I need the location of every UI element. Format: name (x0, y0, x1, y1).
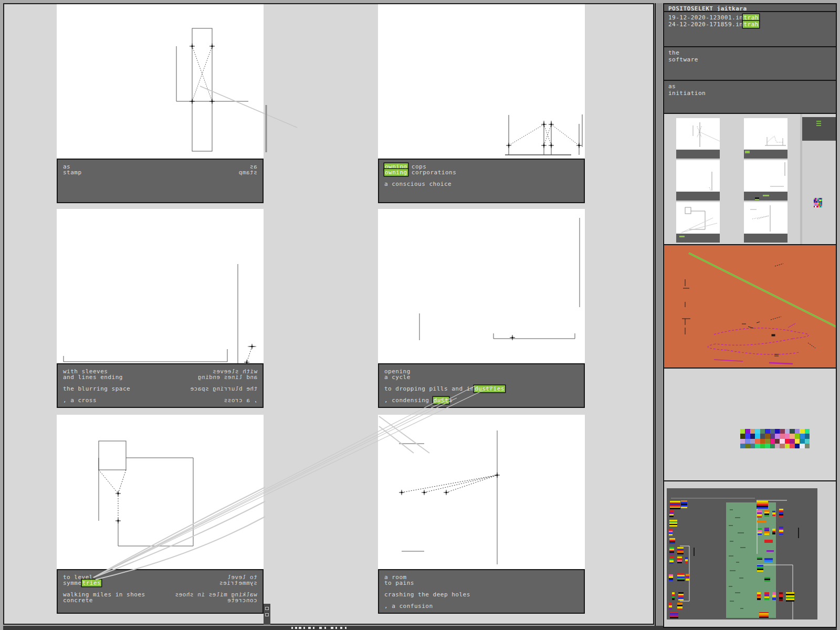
palette-swatch[interactable] (785, 439, 790, 444)
palette-swatch[interactable] (750, 439, 755, 444)
palette-swatch[interactable] (765, 429, 770, 434)
palette-swatch[interactable] (790, 444, 794, 448)
stripe-bar (670, 501, 680, 509)
palette-swatch[interactable] (780, 434, 784, 438)
palette-swatch[interactable] (805, 434, 810, 438)
artwork-preview-orange[interactable] (663, 244, 837, 369)
file-name: 19-12-2020-123001.in (668, 14, 743, 21)
stripe-bar (772, 592, 776, 600)
caption-text: to levelsymmetries walking miles in shoe… (63, 574, 145, 603)
palette-swatch[interactable] (750, 429, 755, 434)
palette-swatch[interactable] (770, 434, 775, 438)
palette-swatch[interactable] (795, 439, 800, 444)
palette-swatch[interactable] (775, 439, 780, 444)
palette-swatch[interactable] (805, 439, 810, 444)
palette-swatch[interactable] (800, 439, 804, 444)
palette-swatch[interactable] (785, 429, 790, 434)
card-a-room-to-pains[interactable]: a roomto pains crashing the deep holes ,… (378, 415, 585, 614)
palette-swatch[interactable] (740, 429, 745, 434)
caption-word: to pains (384, 580, 414, 586)
palette-swatch[interactable] (750, 434, 755, 438)
palette-swatch[interactable] (745, 444, 750, 448)
palette-swatch[interactable] (805, 444, 810, 448)
card-caption: with sleevesand lines ending the blurrin… (57, 363, 264, 408)
palette-swatch[interactable] (740, 434, 745, 438)
artwork-lines (664, 245, 837, 369)
highlighted-word[interactable]: tries (82, 580, 102, 586)
card-opening-cycle[interactable]: openinga cycle to dropping pills and ind… (378, 209, 585, 408)
palette-swatch[interactable] (780, 439, 784, 444)
palette-swatch[interactable] (795, 444, 800, 448)
highlighted-word[interactable]: dust (433, 397, 449, 404)
file-item[interactable]: 19-12-2020-123001.intrah (668, 14, 832, 21)
palette-swatch[interactable] (755, 434, 760, 438)
card-with-sleeves[interactable]: with sleevesand lines ending the blurrin… (57, 209, 264, 408)
side-tab[interactable] (264, 604, 270, 625)
palette-swatch[interactable] (755, 439, 760, 444)
palette-swatch[interactable] (760, 429, 765, 434)
clipped-status-glyph (295, 627, 297, 629)
caption-word: the blurring space (190, 385, 257, 392)
line-art (57, 209, 264, 363)
palette-swatch[interactable] (770, 444, 775, 448)
palette-swatch[interactable] (745, 429, 750, 434)
palette-swatch[interactable] (795, 429, 800, 434)
thumbnail-card-2[interactable] (744, 118, 788, 159)
file-name-highlight[interactable]: trah (743, 21, 759, 28)
palette-swatch[interactable] (795, 434, 800, 438)
card-to-level-symmetries[interactable]: to levelsymmetries walking miles in shoe… (57, 415, 264, 614)
palette-swatch[interactable] (760, 434, 765, 438)
card-owning-cops[interactable]: owning copsowning corporations a conscio… (378, 4, 585, 203)
palette-swatch[interactable] (775, 429, 780, 434)
palette-swatch[interactable] (745, 439, 750, 444)
palette-swatch[interactable] (765, 434, 770, 438)
palette-swatch[interactable] (790, 429, 794, 434)
line-art (378, 209, 585, 363)
caption-line: and lines ending (63, 374, 130, 380)
thumbnail-card-6[interactable] (744, 202, 788, 243)
palette-swatch[interactable] (790, 434, 794, 438)
palette-swatch[interactable] (760, 439, 765, 444)
stripe-bar (678, 592, 684, 601)
minimap-viewport[interactable] (802, 117, 836, 141)
palette-swatch[interactable] (745, 434, 750, 438)
palette-swatch[interactable] (785, 434, 790, 438)
stripe-bar (677, 556, 682, 563)
palette-swatch[interactable] (800, 434, 804, 438)
palette-swatch[interactable] (800, 429, 804, 434)
palette-swatch[interactable] (750, 444, 755, 448)
palette-swatch[interactable] (760, 444, 765, 448)
card-as-stamp[interactable]: asstamp asstamp (57, 4, 264, 203)
palette-swatch[interactable] (770, 439, 775, 444)
palette-swatch[interactable] (740, 444, 745, 448)
thumbnail-card-1[interactable] (676, 118, 720, 159)
thumbnail-card-3[interactable] (676, 160, 720, 201)
palette-swatch[interactable] (780, 429, 784, 434)
map-detail-speck (730, 541, 733, 542)
palette-swatch[interactable] (775, 434, 780, 438)
stripe-bar (779, 509, 783, 517)
caption-text-mirrored: asstamp (238, 164, 257, 175)
palette-swatch[interactable] (800, 444, 804, 448)
thumbnail-card-5[interactable] (676, 202, 720, 243)
minimap-column (802, 114, 836, 244)
caption-line: a cycle (384, 374, 505, 380)
file-item[interactable]: 24-12-2020-171859.intrah (668, 21, 832, 28)
palette-swatch[interactable] (770, 429, 775, 434)
thumbnail-card-4[interactable] (744, 160, 788, 201)
palette-swatch[interactable] (740, 439, 745, 444)
highlighted-word[interactable]: dustries (474, 385, 505, 392)
node-map-canvas[interactable] (667, 488, 817, 620)
map-detail-speck (735, 517, 740, 518)
palette-swatch[interactable] (780, 444, 784, 448)
palette-swatch[interactable] (805, 429, 810, 434)
palette-swatch[interactable] (785, 444, 790, 448)
palette-swatch[interactable] (775, 444, 780, 448)
palette-swatch[interactable] (755, 429, 760, 434)
sidebar-scrollbar[interactable] (655, 3, 663, 626)
palette-swatch[interactable] (755, 444, 760, 448)
file-name-highlight[interactable]: trah (743, 14, 759, 21)
palette-swatch[interactable] (765, 444, 770, 448)
palette-swatch[interactable] (790, 439, 794, 444)
palette-swatch[interactable] (765, 439, 770, 444)
